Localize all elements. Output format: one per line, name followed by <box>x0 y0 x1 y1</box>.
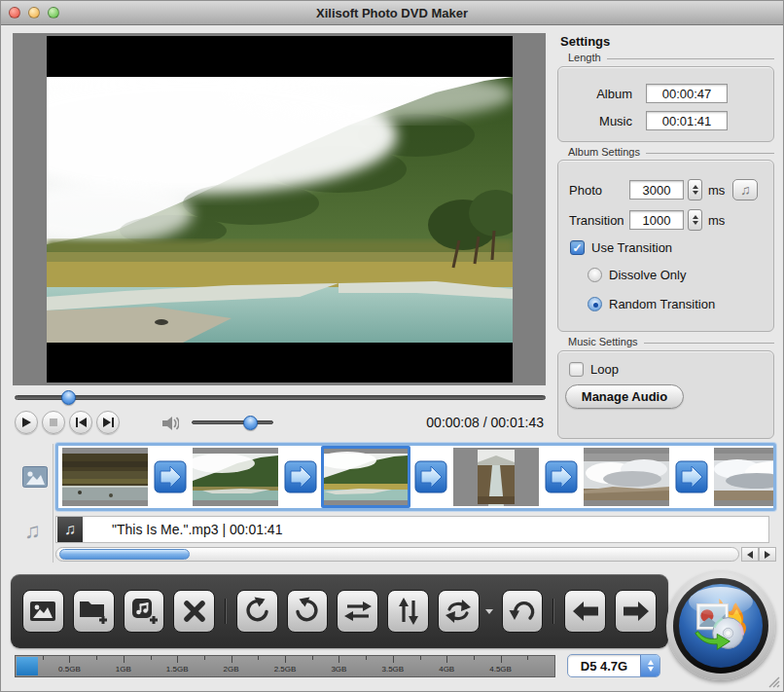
audio-track-label: "This Is Me.".mp3 | 00:01:41 <box>112 522 282 537</box>
loop-label: Loop <box>590 362 619 377</box>
stop-button[interactable] <box>42 411 65 434</box>
random-transition-radio[interactable] <box>588 297 602 311</box>
timeline-thumbnail[interactable] <box>191 446 280 508</box>
transition-duration-label: Transition <box>569 213 629 228</box>
transition-arrow-button[interactable] <box>545 460 578 493</box>
seek-slider[interactable] <box>15 395 546 400</box>
capacity-tick <box>43 656 44 660</box>
thumbnail-image <box>714 448 776 506</box>
dissolve-only-label: Dissolve Only <box>609 268 686 282</box>
capacity-tick-label: 4.5GB <box>489 665 512 674</box>
preview-photo <box>47 77 513 343</box>
title-bar[interactable]: Xilisoft Photo DVD Maker <box>1 1 783 25</box>
photo-track-icon[interactable] <box>22 466 48 488</box>
timeline-thumbnail[interactable] <box>451 446 541 508</box>
add-folder-icon <box>78 596 109 627</box>
timeline-thumbnail[interactable] <box>582 446 671 508</box>
window-title: Xilisoft Photo DVD Maker <box>1 6 783 20</box>
audio-timeline-row[interactable]: ♫ "This Is Me.".mp3 | 00:01:41 <box>55 516 769 543</box>
move-left-button[interactable] <box>564 590 606 633</box>
timeline-thumbnail[interactable] <box>712 446 776 508</box>
capacity-used-fill <box>17 657 38 675</box>
rotate-counterclockwise-button[interactable] <box>236 590 278 633</box>
next-button[interactable] <box>96 411 120 434</box>
transition-duration-stepper[interactable] <box>688 209 702 231</box>
transition-arrow-button[interactable] <box>675 460 708 493</box>
play-button[interactable] <box>15 411 38 434</box>
transition-arrow-button[interactable] <box>414 460 447 493</box>
use-transition-checkbox[interactable] <box>570 240 585 255</box>
manage-audio-button[interactable]: Manage Audio <box>565 384 684 409</box>
capacity-tick-label: 3.5GB <box>381 665 404 674</box>
swap-vertical-button[interactable] <box>387 590 429 633</box>
stop-icon <box>50 419 57 426</box>
timeline-thumbnail-selected[interactable] <box>321 446 410 508</box>
time-display: 00:00:08 / 00:01:43 <box>426 415 544 430</box>
music-track-icon[interactable]: ♫ <box>24 519 41 544</box>
transition-arrow-button[interactable] <box>284 460 317 493</box>
volume-knob[interactable] <box>243 416 258 430</box>
fit-to-music-button[interactable]: ♫ <box>732 179 758 200</box>
disc-type-dropdown[interactable]: D5 4.7G <box>567 654 660 677</box>
timeline-scrollbar[interactable] <box>55 547 739 562</box>
delete-button[interactable] <box>173 590 215 633</box>
add-photo-button[interactable] <box>22 590 64 633</box>
left-arrow-icon <box>570 596 601 627</box>
seek-knob[interactable] <box>61 390 76 405</box>
dissolve-only-radio[interactable] <box>588 268 602 282</box>
music-length-value: 00:01:41 <box>646 111 728 130</box>
transition-arrow-button[interactable] <box>154 460 187 493</box>
capacity-tick <box>312 656 313 660</box>
rotate-clockwise-button[interactable] <box>287 590 329 633</box>
settings-panel-title: Settings <box>560 34 610 49</box>
scroll-left-button[interactable] <box>741 547 759 562</box>
capacity-tick <box>151 656 152 660</box>
burn-button-face <box>679 584 763 668</box>
transition-dropdown-caret[interactable] <box>485 609 493 614</box>
previous-button[interactable] <box>69 411 92 434</box>
capacity-tick <box>124 656 125 663</box>
rail-divider <box>53 444 53 563</box>
burn-button[interactable] <box>666 571 775 680</box>
undo-button[interactable] <box>502 590 544 633</box>
swap-horizontal-icon <box>342 596 374 627</box>
resize-grip[interactable] <box>766 674 780 688</box>
capacity-tick <box>366 656 367 660</box>
transition-duration-input[interactable]: 1000 <box>629 210 684 230</box>
photo-duration-stepper[interactable] <box>688 179 702 200</box>
swap-horizontal-button[interactable] <box>337 590 378 633</box>
album-length-label: Album <box>596 87 632 101</box>
capacity-tick <box>420 656 421 660</box>
photo-timeline-strip[interactable] <box>55 443 776 511</box>
timeline-scrollbar-thumb[interactable] <box>59 549 190 560</box>
use-transition-label: Use Transition <box>591 240 672 255</box>
disc-type-value: D5 4.7G <box>568 659 640 674</box>
rotate-clockwise-icon <box>292 596 323 627</box>
thumbnail-image <box>584 448 669 506</box>
main-toolbar <box>11 574 668 648</box>
capacity-tick-label: 4GB <box>439 665 454 674</box>
capacity-tick <box>501 656 502 663</box>
toolbar-separator <box>552 599 554 624</box>
add-folder-button[interactable] <box>73 590 115 633</box>
thumbnail-image <box>62 448 148 506</box>
photo-duration-input[interactable]: 3000 <box>629 180 684 200</box>
thumbnail-image <box>324 449 408 505</box>
volume-slider[interactable] <box>192 420 273 424</box>
burn-button-ring <box>673 578 768 674</box>
add-music-button[interactable] <box>124 590 165 633</box>
capacity-tick <box>446 656 447 663</box>
dropdown-stepper-icon[interactable] <box>640 655 659 676</box>
music-length-label: Music <box>599 114 632 128</box>
volume-icon <box>161 416 179 431</box>
right-arrow-icon <box>621 596 652 627</box>
scroll-right-button[interactable] <box>759 547 776 562</box>
loop-checkbox[interactable] <box>569 362 584 377</box>
length-group-label: Length <box>568 52 774 63</box>
capacity-tick-label: 3GB <box>331 665 346 674</box>
timeline-thumbnail[interactable] <box>60 446 150 508</box>
move-right-button[interactable] <box>615 590 657 633</box>
add-music-icon <box>128 596 160 627</box>
preview-letterbox <box>47 36 513 382</box>
transition-effects-button[interactable] <box>438 590 480 633</box>
